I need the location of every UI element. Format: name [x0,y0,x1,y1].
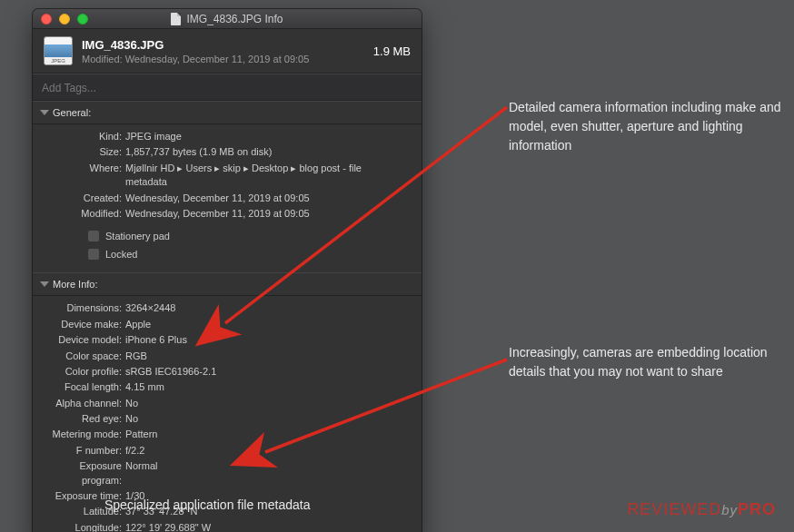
locked-label: Locked [105,249,137,260]
kv-row: Metering mode:Pattern [42,427,412,442]
kv-row: F number:f/2.2 [42,443,412,458]
tags-input[interactable] [42,82,412,94]
stationery-pad-label: Stationery pad [105,231,170,241]
section-general-body: Kind:JPEG image Size:1,857,737 bytes (1.… [33,124,422,272]
kv-row: Modified:Wednesday, December 11, 2019 at… [42,206,412,222]
file-thumbnail-icon: JPEG [44,36,73,65]
file-size: 1.9 MB [373,44,411,58]
kv-row: Dimensions:3264×2448 [42,300,412,316]
kv-row: Longitude:122° 19' 29.688" W [42,520,412,532]
window-title-text: IMG_4836.JPG Info [186,13,283,25]
kv-row: Size:1,857,737 bytes (1.9 MB on disk) [42,144,412,160]
checkbox-icon[interactable] [87,248,100,261]
tags-field[interactable] [33,74,422,101]
kv-row: Red eye:No [42,411,412,427]
kv-row: Device model:iPhone 6 Plus [42,332,412,348]
watermark: REVIEWEDbyPRO [627,500,776,519]
locked-row[interactable]: Locked [42,245,412,263]
stationery-pad-row[interactable]: Stationery pad [42,227,412,245]
annotation-location: Increasingly, cameras are embedding loca… [509,343,781,381]
file-modified-label: Modified: Wednesday, December 11, 2019 a… [82,54,364,64]
kv-row: Focal length:4.15 mm [42,379,412,395]
kv-row: Where:Mjøllnir HD ▸ Users ▸ skip ▸ Deskt… [42,161,412,191]
annotation-camera-info: Detailed camera information including ma… [509,98,781,155]
disclosure-triangle-icon[interactable] [40,281,49,287]
caption: Specialized application file metadata [104,498,310,512]
close-icon[interactable] [41,14,52,25]
kv-row: Kind:JPEG image [42,129,412,144]
info-window: IMG_4836.JPG Info JPEG IMG_4836.JPG Modi… [33,9,422,532]
section-moreinfo-header[interactable]: More Info: [33,272,422,296]
kv-row: Color profile:sRGB IEC61966-2.1 [42,364,412,379]
kv-row: Color space:RGB [42,349,412,364]
section-general-header[interactable]: General: [33,101,422,124]
document-icon [171,13,181,25]
titlebar[interactable]: IMG_4836.JPG Info [33,9,422,29]
file-name: IMG_4836.JPG [82,38,364,52]
disclosure-triangle-icon[interactable] [40,110,49,115]
window-title: IMG_4836.JPG Info [33,13,422,25]
zoom-icon[interactable] [77,14,88,25]
section-moreinfo-title: More Info: [53,279,98,290]
kv-row: Exposure program:Normal [42,458,412,488]
checkbox-icon[interactable] [87,230,100,242]
kv-row: Device make:Apple [42,317,412,332]
window-controls [33,14,88,25]
file-header: JPEG IMG_4836.JPG Modified: Wednesday, D… [33,29,422,74]
kv-row: Alpha channel:No [42,396,412,411]
minimize-icon[interactable] [59,14,70,25]
section-general-title: General: [53,107,91,118]
kv-row: Created:Wednesday, December 11, 2019 at … [42,191,412,206]
